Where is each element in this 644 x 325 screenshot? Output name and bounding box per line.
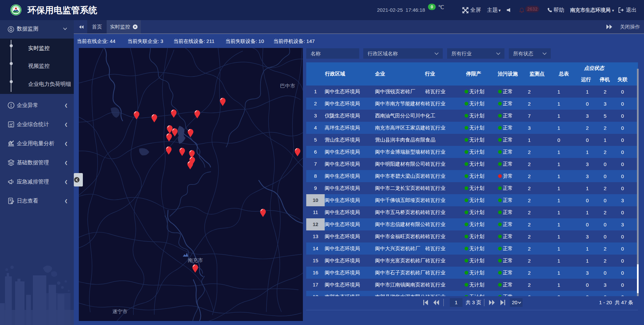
svg-text:遂宁市: 遂宁市 bbox=[112, 309, 127, 314]
